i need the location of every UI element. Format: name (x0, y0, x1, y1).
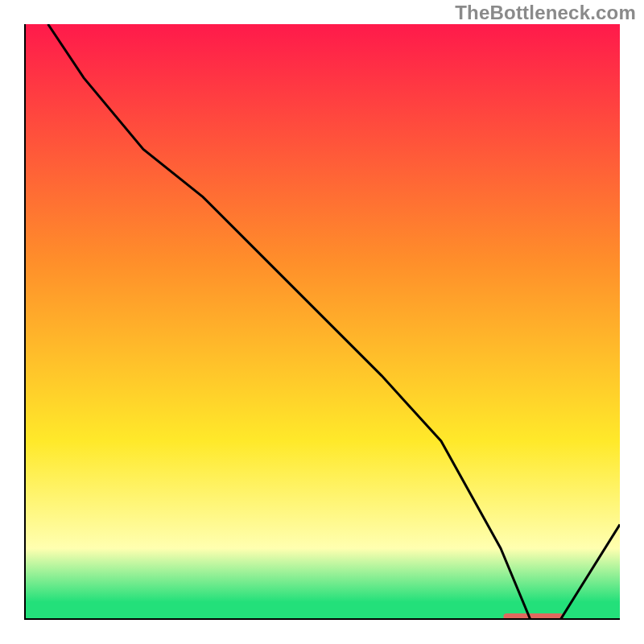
plot-area (24, 24, 620, 620)
chart-svg (24, 24, 620, 620)
chart-container: TheBottleneck.com (0, 0, 644, 644)
watermark-text: TheBottleneck.com (455, 2, 636, 24)
